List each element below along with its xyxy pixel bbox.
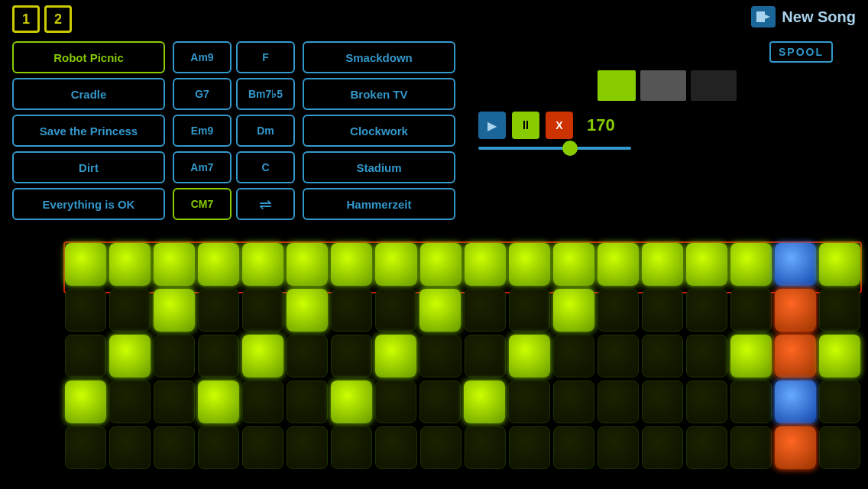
shuffle-button[interactable]: ⇌ (236, 188, 295, 220)
pad-0-15[interactable] (730, 243, 772, 286)
preset-btn-1[interactable]: Broken TV (303, 78, 455, 110)
pad-4-16[interactable] (775, 426, 816, 469)
pad-2-11[interactable] (553, 335, 594, 377)
pad-4-15[interactable] (730, 426, 772, 469)
chord-btn-2-1[interactable]: Dm (236, 115, 295, 147)
pad-3-3[interactable] (198, 381, 239, 423)
pad-0-6[interactable] (331, 243, 372, 286)
pad-2-3[interactable] (198, 335, 239, 377)
song-btn-0[interactable]: Robot Picnic (12, 41, 165, 73)
pad-0-16[interactable] (775, 243, 816, 286)
pad-1-11[interactable] (553, 289, 594, 332)
pad-4-6[interactable] (331, 426, 372, 469)
pad-3-8[interactable] (419, 381, 461, 423)
chord-btn-2-0[interactable]: Em9 (173, 115, 232, 147)
pad-3-14[interactable] (686, 381, 727, 423)
page-2-button[interactable]: 2 (44, 5, 72, 33)
pad-3-0[interactable] (65, 381, 106, 423)
page-1-button[interactable]: 1 (12, 5, 40, 33)
pad-0-17[interactable] (819, 243, 860, 286)
pad-1-17[interactable] (819, 289, 860, 332)
pad-0-2[interactable] (154, 243, 195, 286)
preset-btn-0[interactable]: Smackdown (303, 41, 455, 73)
pad-2-16[interactable] (775, 335, 816, 377)
pad-0-0[interactable] (65, 243, 106, 286)
pad-1-10[interactable] (509, 289, 550, 332)
stop-button[interactable]: X (546, 112, 573, 139)
pad-3-15[interactable] (730, 381, 772, 423)
pad-4-4[interactable] (242, 426, 283, 469)
pad-3-2[interactable] (154, 381, 195, 423)
pad-0-10[interactable] (509, 243, 550, 286)
song-btn-4[interactable]: Everything is OK (12, 188, 165, 220)
song-btn-1[interactable]: Cradle (12, 78, 165, 110)
pad-2-0[interactable] (65, 335, 106, 377)
pad-2-13[interactable] (642, 335, 683, 377)
pad-4-5[interactable] (287, 426, 328, 469)
pad-1-5[interactable] (287, 289, 328, 332)
pad-3-11[interactable] (553, 381, 594, 423)
pad-0-3[interactable] (198, 243, 239, 286)
pad-0-8[interactable] (420, 243, 462, 286)
chord-btn-4-0[interactable]: CM7 (173, 188, 232, 220)
pad-1-13[interactable] (642, 289, 683, 332)
pad-3-17[interactable] (819, 381, 860, 423)
preset-btn-4[interactable]: Hammerzeit (303, 188, 455, 220)
pad-1-12[interactable] (598, 289, 639, 332)
chord-btn-0-1[interactable]: F (236, 41, 295, 73)
pad-4-17[interactable] (819, 426, 860, 469)
pad-0-5[interactable] (287, 243, 328, 286)
song-btn-3[interactable]: Dirt (12, 151, 165, 183)
pad-0-14[interactable] (686, 243, 727, 286)
pad-0-12[interactable] (598, 243, 639, 286)
pad-4-12[interactable] (598, 426, 639, 469)
pad-3-9[interactable] (464, 381, 505, 423)
pad-1-8[interactable] (419, 289, 461, 332)
pad-0-4[interactable] (242, 243, 283, 286)
pad-1-9[interactable] (464, 289, 505, 332)
pad-1-7[interactable] (375, 289, 416, 332)
song-btn-2[interactable]: Save the Princess (12, 115, 165, 147)
pad-3-13[interactable] (642, 381, 683, 423)
pad-2-10[interactable] (509, 335, 550, 377)
pad-2-9[interactable] (465, 335, 506, 377)
pad-3-16[interactable] (775, 381, 816, 423)
pad-4-1[interactable] (109, 426, 151, 469)
pad-1-6[interactable] (331, 289, 372, 332)
pad-0-7[interactable] (375, 243, 416, 286)
pad-1-1[interactable] (109, 289, 151, 332)
preset-btn-3[interactable]: Stadium (303, 151, 455, 183)
pad-2-5[interactable] (287, 335, 328, 377)
pad-1-16[interactable] (775, 289, 816, 332)
pad-2-17[interactable] (819, 335, 860, 377)
tempo-thumb[interactable] (562, 141, 578, 156)
pad-3-12[interactable] (598, 381, 639, 423)
chord-btn-3-1[interactable]: C (236, 151, 295, 183)
pad-4-3[interactable] (198, 426, 239, 469)
pad-1-14[interactable] (686, 289, 727, 332)
pad-0-11[interactable] (553, 243, 594, 286)
pad-2-8[interactable] (419, 335, 461, 377)
play-button[interactable]: ▶ (478, 112, 506, 139)
tempo-slider[interactable] (478, 147, 631, 150)
pad-0-13[interactable] (642, 243, 683, 286)
pause-button[interactable]: ⏸ (512, 112, 539, 139)
chord-btn-3-0[interactable]: Am7 (173, 151, 232, 183)
pad-0-9[interactable] (465, 243, 506, 286)
pad-3-1[interactable] (109, 381, 151, 423)
pad-2-14[interactable] (686, 335, 727, 377)
pad-2-15[interactable] (730, 335, 772, 377)
pad-3-4[interactable] (242, 381, 283, 423)
pad-4-2[interactable] (154, 426, 195, 469)
chord-btn-1-1[interactable]: Bm7♭5 (236, 78, 295, 110)
spool-button[interactable]: SPOOL (769, 41, 833, 63)
pad-2-6[interactable] (331, 335, 372, 377)
pad-2-2[interactable] (154, 335, 195, 377)
pad-4-10[interactable] (509, 426, 550, 469)
pad-1-2[interactable] (154, 289, 195, 332)
pad-4-7[interactable] (375, 426, 416, 469)
pad-2-12[interactable] (598, 335, 639, 377)
pad-4-11[interactable] (553, 426, 594, 469)
chord-btn-0-0[interactable]: Am9 (173, 41, 232, 73)
pad-3-6[interactable] (331, 381, 372, 423)
